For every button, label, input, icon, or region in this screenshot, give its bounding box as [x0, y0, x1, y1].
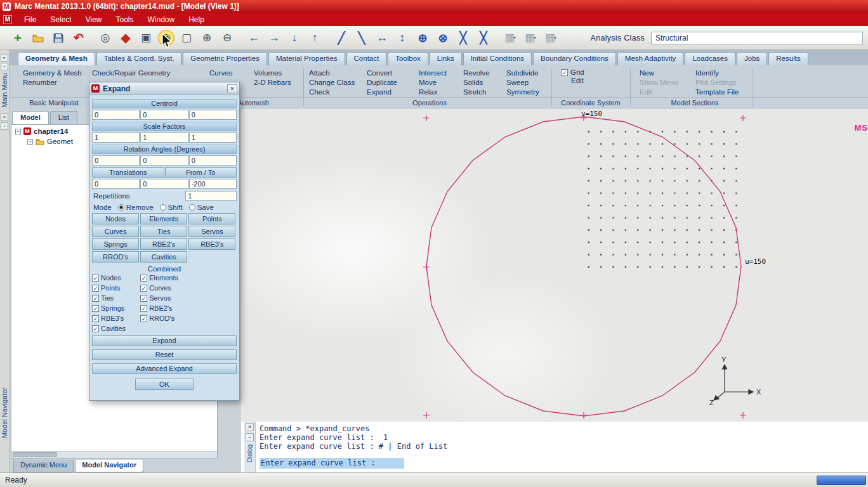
mode-save-radio[interactable]: Save [189, 204, 214, 211]
rotate-cw-icon[interactable]: ╱ [332, 29, 350, 47]
from-to-button[interactable]: From / To [165, 167, 237, 178]
ribbon-symmetry-link[interactable]: Symmetry [506, 88, 539, 97]
main-tab[interactable]: Initial Conditions [463, 52, 532, 65]
menu-view[interactable]: View [79, 14, 109, 25]
pan-up-icon[interactable]: ↑ [306, 29, 324, 47]
translation-x-input[interactable] [92, 179, 140, 189]
ribbon-template-file-link[interactable]: Template File [695, 88, 739, 97]
translations-button[interactable]: Translations [92, 167, 164, 178]
ribbon-intersect-link[interactable]: Intersect [419, 68, 447, 78]
centroid-z-input[interactable] [189, 110, 237, 120]
entity-button[interactable]: Points [188, 213, 235, 224]
ribbon-sweep-link[interactable]: Sweep [506, 78, 539, 88]
ribbon-duplicate-link[interactable]: Duplicate [367, 78, 397, 88]
combined-checkbox[interactable]: ✓Servos [140, 294, 188, 302]
ribbon-relax-link[interactable]: Relax [419, 88, 447, 97]
combined-checkbox[interactable]: ✓Curves [140, 284, 188, 292]
pan-down-icon[interactable]: ↓ [286, 29, 303, 47]
zoom-in-icon[interactable]: ⊕ [198, 29, 216, 47]
main-tab[interactable]: Jobs [737, 52, 767, 65]
menu-tools[interactable]: Tools [109, 14, 141, 25]
shear-x-icon[interactable]: ╳ [454, 29, 472, 47]
ribbon-revolve-link[interactable]: Revolve [463, 68, 490, 78]
translation-y-input[interactable] [140, 179, 188, 189]
new-file-icon[interactable]: + [9, 29, 27, 47]
entity-button[interactable]: Elements [140, 213, 187, 224]
combined-checkbox[interactable]: ✓Elements [140, 274, 188, 282]
tab-model-navigator[interactable]: Model Navigator [75, 460, 143, 472]
menu-file[interactable]: File [17, 14, 43, 25]
combined-checkbox[interactable]: ✓RBE2's [140, 304, 188, 312]
translate-x-icon[interactable]: ↔ [373, 29, 391, 47]
panel-pin-icon[interactable]: ▪ [1, 122, 8, 130]
console-pin-icon[interactable]: ▪ [246, 433, 254, 441]
collapse-icon[interactable]: − [15, 129, 21, 134]
main-tab[interactable]: Geometry & Mesh [18, 52, 95, 65]
entity-button[interactable]: RBE3's [188, 238, 235, 250]
combined-checkbox[interactable]: ✓Points [92, 284, 140, 292]
tab-model[interactable]: Model [12, 111, 49, 124]
rotate-x-icon[interactable]: ⊕ [414, 29, 431, 47]
zoom-dynamic-icon[interactable]: ◎ [96, 29, 114, 47]
main-tab[interactable]: Geometric Properties [183, 52, 267, 65]
zoom-box-icon[interactable]: ▢ [178, 29, 195, 47]
console-output[interactable]: Command > *expand_curvesEnter expand cur… [256, 422, 868, 472]
main-tab[interactable]: Mesh Adaptivity [617, 52, 684, 65]
ribbon-move-link[interactable]: Move [419, 78, 447, 88]
ribbon-identify-link[interactable]: Identify [695, 68, 739, 78]
expand-icon[interactable]: + [27, 139, 33, 145]
translation-z-input[interactable] [189, 179, 237, 189]
grid-checkbox[interactable]: ✓ Grid [561, 68, 584, 76]
dialog-titlebar[interactable]: M Expand ✕ [89, 82, 239, 95]
advanced-expand-button[interactable]: Advanced Expand [92, 363, 237, 374]
mode-remove-radio[interactable]: Remove [118, 204, 154, 211]
undo-icon[interactable]: ↶ [70, 29, 88, 47]
main-tab[interactable]: Boundary Conditions [533, 52, 616, 65]
centroid-y-input[interactable] [140, 110, 188, 120]
panel-close-icon[interactable]: ✕ [1, 114, 8, 121]
combined-checkbox[interactable]: ✓Nodes [92, 274, 140, 282]
reset-button[interactable]: Reset [92, 349, 237, 360]
combined-checkbox[interactable]: ✓Cavities [92, 325, 140, 332]
ribbon-check-repair-link[interactable]: Check/Repair Geometry [92, 68, 170, 78]
dock-arrow-icon[interactable]: ▸ [1, 54, 8, 62]
analysis-class-select[interactable]: Structural [651, 32, 863, 44]
ribbon-change-class-link[interactable]: Change Class [309, 78, 355, 88]
ribbon-2d-rebars-link[interactable]: 2-D Rebars [254, 78, 291, 88]
save-icon[interactable] [49, 29, 67, 47]
pan-left-icon[interactable]: ← [245, 29, 263, 47]
ribbon-stretch-link[interactable]: Stretch [463, 88, 490, 97]
ribbon-attach-link[interactable]: Attach [309, 68, 355, 78]
combined-checkbox[interactable]: ✓Springs [92, 304, 140, 312]
rotate-z-icon[interactable]: ⊗ [434, 29, 452, 47]
main-tab[interactable]: Material Properties [268, 52, 345, 65]
rotation-y-input[interactable] [140, 155, 188, 166]
main-tab[interactable]: Tables & Coord. Syst. [96, 52, 182, 65]
ribbon-solids-link[interactable]: Solids [463, 78, 490, 88]
entity-button[interactable]: Springs [92, 238, 139, 250]
ribbon-curves-link[interactable]: Curves [209, 68, 232, 78]
combined-checkbox[interactable]: ✓RROD's [140, 315, 188, 322]
main-tab[interactable]: Toolbox [388, 52, 428, 65]
main-tab[interactable]: Loadcases [685, 52, 735, 65]
console-close-icon[interactable]: ✕ [246, 423, 254, 431]
entity-button[interactable]: RBE2's [140, 238, 187, 250]
ribbon-new-link[interactable]: New [640, 68, 678, 78]
ribbon-check-link[interactable]: Check [309, 88, 355, 97]
menu-window[interactable]: Window [141, 14, 182, 25]
entity-button[interactable]: RROD's [92, 251, 139, 263]
expanded-circle-curve[interactable] [426, 117, 741, 416]
dialog-close-icon[interactable]: ✕ [227, 84, 237, 93]
centroid-x-input[interactable] [92, 110, 140, 120]
expand-button[interactable]: Expand [92, 335, 237, 346]
combined-checkbox[interactable]: ✓RBE3's [92, 315, 140, 322]
ribbon-coord-edit-link[interactable]: Edit [571, 76, 584, 86]
console-prompt[interactable]: Enter expand curve list : [260, 458, 404, 468]
entity-button[interactable]: Nodes [92, 213, 139, 224]
entity-button[interactable]: Curves [92, 226, 139, 237]
scale-z-input[interactable] [189, 133, 237, 143]
ribbon-renumber-link[interactable]: Renumber [23, 78, 82, 88]
combined-checkbox[interactable]: ✓Ties [92, 294, 140, 302]
graphics-viewport[interactable]: X Y Z v=150 u=150 MS [241, 109, 868, 422]
ribbon-volumes-link[interactable]: Volumes [254, 68, 291, 78]
